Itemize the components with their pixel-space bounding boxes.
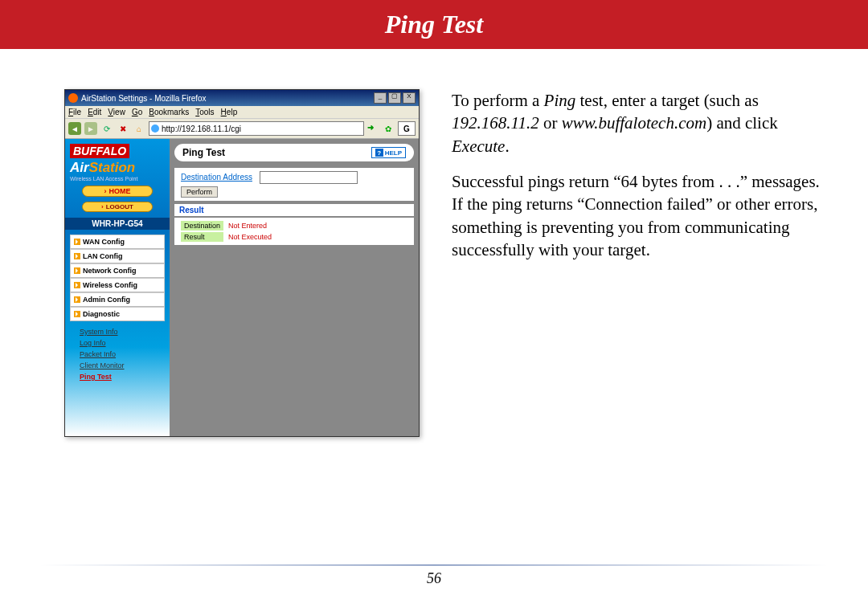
result-value: Not Entered bbox=[225, 221, 275, 231]
sidebar-item-label: WAN Config bbox=[83, 238, 125, 246]
subnav-packet-info[interactable]: Packet Info bbox=[72, 349, 163, 360]
sidebar-item-diagnostic[interactable]: Diagnostic bbox=[70, 307, 165, 321]
destination-section: Destination Address Perform bbox=[174, 168, 414, 201]
help-button[interactable]: ? HELP bbox=[371, 147, 406, 158]
sidebar-item-label: Network Config bbox=[83, 267, 137, 275]
menu-tools[interactable]: Tools bbox=[195, 108, 214, 116]
sidebar-item-label: Admin Config bbox=[83, 296, 130, 304]
close-button[interactable]: X bbox=[403, 92, 416, 104]
help-label: HELP bbox=[385, 149, 402, 157]
go-icon[interactable]: ➜ bbox=[367, 123, 379, 134]
extension-icon[interactable]: ✿ bbox=[382, 122, 395, 135]
panel-title: Ping Test bbox=[182, 147, 225, 158]
destination-input[interactable] bbox=[260, 171, 358, 184]
sidebar-item-lan[interactable]: LAN Config bbox=[70, 249, 165, 263]
maximize-button[interactable]: ▢ bbox=[388, 92, 401, 104]
airstation-b: Station bbox=[89, 160, 136, 175]
perform-button[interactable]: Perform bbox=[181, 186, 218, 198]
result-key: Destination bbox=[181, 221, 223, 231]
airstation-a: Air bbox=[70, 160, 89, 175]
airstation-logo: AirStation bbox=[70, 160, 165, 176]
search-engine-box[interactable]: G bbox=[398, 121, 416, 136]
doc-text: To perform a Ping test, enter a target (… bbox=[452, 89, 820, 437]
globe-icon bbox=[151, 124, 159, 133]
page-title-bar: Ping Test bbox=[0, 0, 868, 49]
home-button-label: HOME bbox=[109, 187, 131, 195]
result-header: Result bbox=[174, 204, 414, 216]
tagline: Wireless LAN Access Point bbox=[70, 176, 165, 182]
question-icon: ? bbox=[375, 149, 383, 157]
result-value: Not Executed bbox=[225, 232, 275, 242]
sidebar-item-label: LAN Config bbox=[83, 252, 123, 260]
chevron-right-icon bbox=[74, 253, 80, 259]
subnav-log-info[interactable]: Log Info bbox=[72, 337, 163, 349]
stop-icon[interactable]: ✖ bbox=[117, 122, 129, 135]
footer: 56 bbox=[0, 565, 868, 587]
result-key: Result bbox=[181, 232, 223, 242]
sidebar-item-label: Wireless Config bbox=[83, 281, 137, 289]
subnav-ping-test[interactable]: Ping Test bbox=[72, 371, 163, 382]
subnav-system-info[interactable]: System Info bbox=[72, 326, 163, 337]
subnav-client-monitor[interactable]: Client Monitor bbox=[72, 360, 163, 371]
result-section: Destination Not Entered Result Not Execu… bbox=[174, 218, 414, 245]
page-number: 56 bbox=[0, 570, 868, 587]
main-panel: Ping Test ? HELP Destination Address Per… bbox=[170, 139, 419, 436]
sidebar-item-admin[interactable]: Admin Config bbox=[70, 292, 165, 307]
model-label: WHR-HP-G54 bbox=[65, 218, 170, 230]
chevron-right-icon bbox=[74, 296, 80, 303]
menu-bookmarks[interactable]: Bookmarks bbox=[149, 108, 189, 116]
menu-bar: File Edit View Go Bookmarks Tools Help bbox=[65, 106, 419, 119]
chevron-right-icon bbox=[74, 311, 80, 317]
sidebar-item-network[interactable]: Network Config bbox=[70, 263, 165, 278]
url-input[interactable]: http://192.168.11.1/cgi bbox=[149, 121, 364, 136]
forward-icon[interactable]: ► bbox=[84, 122, 97, 135]
firefox-icon bbox=[68, 93, 78, 103]
table-row: Destination Not Entered bbox=[181, 221, 275, 231]
logo-area: BUFFALO AirStation Wireless LAN Access P… bbox=[65, 139, 170, 183]
menu-view[interactable]: View bbox=[108, 108, 125, 116]
panel-header: Ping Test ? HELP bbox=[174, 144, 414, 161]
page-title: Ping Test bbox=[385, 10, 483, 39]
content-area: AirStation Settings - Mozilla Firefox _ … bbox=[0, 49, 868, 453]
home-button[interactable]: › HOME bbox=[82, 186, 153, 197]
menu-edit[interactable]: Edit bbox=[88, 108, 101, 116]
buffalo-logo: BUFFALO bbox=[70, 144, 129, 158]
back-icon[interactable]: ◄ bbox=[68, 122, 81, 135]
home-icon[interactable]: ⌂ bbox=[133, 122, 145, 135]
browser-body: BUFFALO AirStation Wireless LAN Access P… bbox=[65, 139, 419, 436]
footer-divider bbox=[40, 565, 828, 565]
nav-list: WAN Config LAN Config Network Config Wir… bbox=[70, 235, 165, 321]
chevron-right-icon: › bbox=[101, 203, 104, 210]
menu-file[interactable]: File bbox=[68, 108, 81, 116]
window-title: AirStation Settings - Mozilla Firefox bbox=[81, 94, 207, 103]
table-row: Result Not Executed bbox=[181, 232, 275, 242]
chevron-right-icon bbox=[74, 267, 80, 274]
chevron-right-icon: › bbox=[104, 187, 107, 195]
reload-icon[interactable]: ⟳ bbox=[100, 122, 113, 135]
url-text: http://192.168.11.1/cgi bbox=[162, 124, 241, 133]
window-title-bar: AirStation Settings - Mozilla Firefox _ … bbox=[65, 90, 419, 106]
sidebar-item-wireless[interactable]: Wireless Config bbox=[70, 278, 165, 292]
chevron-right-icon bbox=[74, 239, 80, 245]
minimize-button[interactable]: _ bbox=[374, 92, 387, 104]
sidebar-item-wan[interactable]: WAN Config bbox=[70, 235, 165, 249]
logout-button[interactable]: › LOGOUT bbox=[82, 202, 153, 212]
logout-button-label: LOGOUT bbox=[106, 203, 133, 210]
sidebar-item-label: Diagnostic bbox=[83, 310, 120, 318]
chevron-right-icon bbox=[74, 282, 80, 288]
menu-help[interactable]: Help bbox=[221, 108, 238, 116]
result-table: Destination Not Entered Result Not Execu… bbox=[179, 219, 276, 243]
sidebar: BUFFALO AirStation Wireless LAN Access P… bbox=[65, 139, 170, 436]
doc-paragraph-2: Successful pings return “64 bytes from .… bbox=[452, 170, 820, 261]
doc-paragraph-1: To perform a Ping test, enter a target (… bbox=[452, 89, 820, 157]
address-bar: ◄ ► ⟳ ✖ ⌂ http://192.168.11.1/cgi ➜ ✿ G bbox=[65, 119, 419, 139]
destination-label: Destination Address bbox=[181, 173, 252, 182]
browser-screenshot: AirStation Settings - Mozilla Firefox _ … bbox=[64, 89, 420, 437]
menu-go[interactable]: Go bbox=[132, 108, 142, 116]
